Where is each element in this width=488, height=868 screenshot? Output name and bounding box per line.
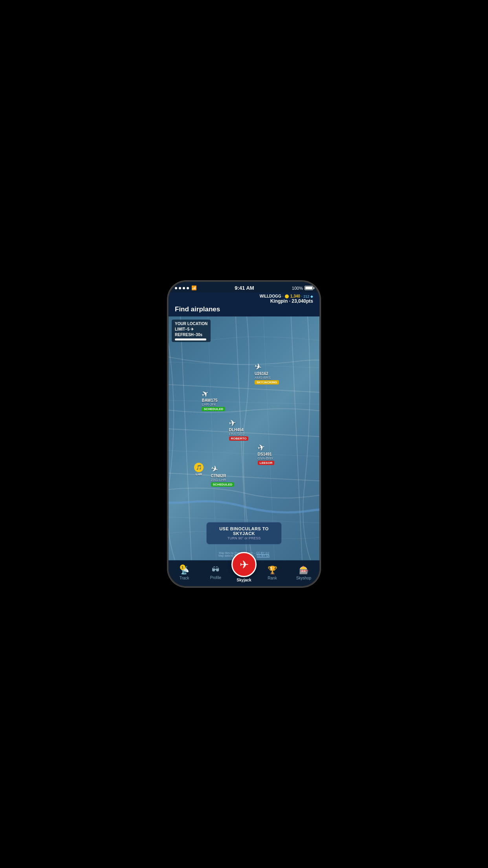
callsign-ctn82r: CTN82R xyxy=(211,474,226,478)
route-baw175: LHR-JFK xyxy=(202,403,216,406)
tab-bar: 📡 1 Track 🕶 Profile ✈ Skyjack 🏆 Rank xyxy=(169,560,319,586)
svg-line-5 xyxy=(291,316,302,560)
find-title: Find airplanes xyxy=(175,305,313,313)
badge-dlh454: ROBERTO xyxy=(229,436,249,441)
route-ds1491: GVA-BHX xyxy=(258,456,273,460)
diamond-icon: ◆ xyxy=(310,294,313,298)
binoculars-button[interactable]: USE BINOCULARS TO SKYJACK TURN 90° or PR… xyxy=(206,522,282,544)
svg-line-7 xyxy=(169,400,319,405)
coin-icon xyxy=(285,294,289,298)
tab-profile[interactable]: 🕶 Profile xyxy=(200,565,231,580)
rank-icon: 🏆 xyxy=(268,565,277,575)
route-ctn82r: ZAG-LHR xyxy=(211,478,227,482)
location-progress-bar xyxy=(175,338,206,340)
airplane-icon-u26162: ✈ xyxy=(253,362,262,372)
skyjack-circle: ✈ xyxy=(231,552,257,577)
tab-track[interactable]: 📡 1 Track xyxy=(169,565,200,580)
tab-profile-label: Profile xyxy=(210,576,221,580)
airplane-baw175[interactable]: ✈ BAW175 LHR-JFK SCHEDULED xyxy=(202,390,225,411)
tab-skyjack-label: Skyjack xyxy=(237,578,251,582)
airplane-ds1491[interactable]: ✈ DS1491 GVA-BHX LEESOR xyxy=(258,443,275,465)
tab-skyshop-label: Skyshop xyxy=(296,576,311,580)
location-overlay: YOUR LOCATION LIMIT–5 ✈ REFRESH–30s xyxy=(172,320,211,342)
airplane-dlh454[interactable]: ✈ DLH454 FRA-SFO ROBERTO xyxy=(229,419,249,441)
profile-icon: 🕶 xyxy=(212,565,220,574)
location-label: YOUR LOCATION xyxy=(175,321,207,327)
airport-lhr-label: LHR xyxy=(196,473,202,476)
skyshop-icon: 🎰 xyxy=(299,565,309,575)
phone-inner: 📶 9:41 AM 100% WILLDOGG · 1,340 · 212 xyxy=(169,282,319,586)
user-rank-points: Kingpin · 23,040pts xyxy=(175,298,313,304)
username: WILLDOGG xyxy=(260,294,281,298)
battery-percent: 100% xyxy=(292,286,303,291)
wifi-icon: 📶 xyxy=(191,285,197,291)
airplane-icon-ds1491: ✈ xyxy=(257,443,266,453)
airplane-icon-ctn82r: ✈ xyxy=(209,464,219,475)
phone-frame: 📶 9:41 AM 100% WILLDOGG · 1,340 · 212 xyxy=(167,281,321,587)
status-time: 9:41 AM xyxy=(235,285,254,291)
track-notification-badge: 1 xyxy=(180,565,185,570)
coin-separator: · xyxy=(282,294,284,298)
svg-line-3 xyxy=(180,316,191,560)
status-bar: 📶 9:41 AM 100% xyxy=(169,282,319,292)
diamond-amount: 212 xyxy=(303,294,309,298)
svg-line-0 xyxy=(169,383,319,394)
coin-amount: 1,340 xyxy=(290,294,300,298)
battery-icon xyxy=(305,286,313,290)
tab-skyshop[interactable]: 🎰 Skyshop xyxy=(288,565,319,580)
airplane-ctn82r[interactable]: ✈ CTN82R ZAG-LHR SCHEDULED xyxy=(211,465,235,487)
badge-u26162: SKYJACKING xyxy=(255,380,279,384)
route-dlh454: FRA-SFO xyxy=(229,432,245,436)
status-left: 📶 xyxy=(175,285,197,291)
battery-fill xyxy=(305,287,312,289)
tab-track-icon-wrap: 📡 1 xyxy=(180,565,189,575)
airport-lhr-circle: 🎵 xyxy=(194,463,204,472)
skyjack-icon: ✈ xyxy=(240,558,249,571)
tab-skyjack[interactable]: ✈ Skyjack xyxy=(231,552,257,582)
airport-lhr[interactable]: 🎵 LHR xyxy=(194,463,204,476)
tab-track-label: Track xyxy=(180,576,189,580)
route-u26162: AMS-BRS xyxy=(255,376,271,380)
rank-points: 23,040pts xyxy=(292,298,313,304)
badge-baw175: SCHEDULED xyxy=(202,407,225,411)
svg-line-6 xyxy=(169,361,319,369)
binoculars-line1: USE BINOCULARS TO SKYJACK xyxy=(216,526,272,536)
tab-rank-label: Rank xyxy=(268,576,277,580)
map-area: YOUR LOCATION LIMIT–5 ✈ REFRESH–30s ✈ BA… xyxy=(169,316,319,560)
refresh-label: REFRESH–30s xyxy=(175,332,207,338)
user-row1: WILLDOGG · 1,340 · 212 ◆ xyxy=(175,294,313,298)
airplane-icon-dlh454: ✈ xyxy=(228,418,237,428)
signal-dot-4 xyxy=(187,287,189,289)
signal-dot-1 xyxy=(175,287,177,289)
airplane-u26162[interactable]: ✈ U26162 AMS-BRS SKYJACKING xyxy=(255,363,279,384)
status-right: 100% xyxy=(292,286,313,291)
badge-ds1491: LEESOR xyxy=(258,461,275,465)
tab-rank[interactable]: 🏆 Rank xyxy=(257,565,288,580)
binoculars-line2: TURN 90° or PRESS xyxy=(216,536,272,540)
user-info: WILLDOGG · 1,340 · 212 ◆ Kingpin · 23,04… xyxy=(175,294,313,304)
rank-label: Kingpin xyxy=(270,298,288,304)
callsign-u26162: U26162 xyxy=(255,371,268,376)
badge-ctn82r: SCHEDULED xyxy=(211,482,235,487)
signal-dot-2 xyxy=(179,287,181,289)
app-header: WILLDOGG · 1,340 · 212 ◆ Kingpin · 23,04… xyxy=(169,292,319,316)
signal-dot-3 xyxy=(183,287,185,289)
svg-line-12 xyxy=(319,316,319,560)
limit-label: LIMIT–5 ✈ xyxy=(175,327,207,332)
